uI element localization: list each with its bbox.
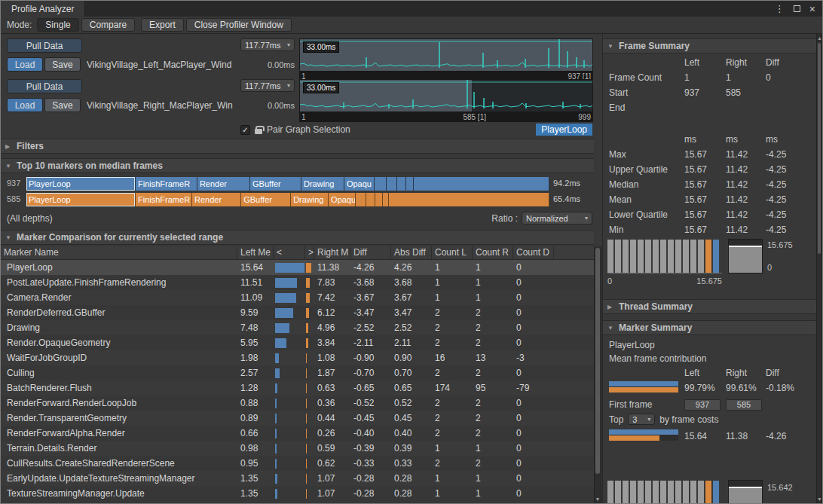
top10-segment[interactable] xyxy=(356,193,366,206)
table-row[interactable]: Render.OpaqueGeometry5.953.84-2.112.1122… xyxy=(1,335,594,350)
mode-single-button[interactable]: Single xyxy=(37,18,78,32)
comparison-table-body: PlayerLoop15.6411.38-4.264.26110PostLate… xyxy=(1,260,594,503)
histogram-bar xyxy=(713,240,719,273)
top10-segment[interactable]: GBuffer xyxy=(241,193,291,206)
scroll-down-icon[interactable]: ▼ xyxy=(817,496,821,502)
column-header-left-median[interactable]: Left Me xyxy=(237,246,274,259)
kebab-menu-icon[interactable]: ⋮ xyxy=(775,3,785,14)
top10-segment[interactable]: Opaqu xyxy=(344,177,375,191)
top10-segment[interactable]: Render xyxy=(192,193,241,206)
top-count-dropdown[interactable]: 3 ▾ xyxy=(628,414,655,425)
top10-segment[interactable]: PlayerLoop xyxy=(26,177,136,191)
table-row[interactable]: Drawing7.484.96-2.522.52220 xyxy=(1,320,594,335)
left-value-bar xyxy=(275,444,277,454)
frame-number: 937 xyxy=(7,179,20,188)
frame-graph-right[interactable]: 33.00ms xyxy=(299,79,593,112)
frame-summary-histogram[interactable] xyxy=(607,239,722,273)
top10-segment[interactable] xyxy=(389,193,549,206)
top10-segment[interactable] xyxy=(366,193,375,206)
top10-segment[interactable] xyxy=(406,177,414,191)
top10-segment[interactable]: PlayerLoop xyxy=(26,193,136,206)
frame-summary-stat-rows: Max15.6711.42-4.25Upper Quartile15.6711.… xyxy=(603,147,816,237)
top10-segment[interactable]: Render xyxy=(197,177,250,191)
marker-summary-header[interactable]: ▼ Marker Summary xyxy=(603,320,816,335)
table-row[interactable]: RenderDeferred.GBuffer9.596.12-3.473.472… xyxy=(1,305,594,320)
first-frame-right-button[interactable]: 585 xyxy=(726,399,762,411)
pull-data-button-right[interactable]: Pull Data xyxy=(7,79,82,93)
pair-graph-selection-checkbox[interactable]: ✓ xyxy=(240,125,250,135)
comparison-section-header[interactable]: ▼ Marker Comparison for currently select… xyxy=(1,230,594,245)
column-header-abs-diff[interactable]: Abs Diff xyxy=(391,246,432,259)
left-value-bar xyxy=(275,338,286,348)
selected-marker-chip[interactable]: PlayerLoop xyxy=(536,124,592,136)
table-row[interactable]: RenderForwardAlpha.Render0.660.26-0.400.… xyxy=(1,426,594,441)
top10-segment[interactable] xyxy=(387,177,397,191)
table-row[interactable]: Terrain.Details.Render0.980.59-0.390.391… xyxy=(1,441,594,456)
table-row[interactable]: PlayerLoop15.6411.38-4.264.26110 xyxy=(1,260,594,275)
first-frame-left-button[interactable]: 937 xyxy=(684,399,721,411)
load-button-left[interactable]: Load xyxy=(7,57,43,72)
top10-segment[interactable]: Opaqu xyxy=(329,193,356,206)
load-button-right[interactable]: Load xyxy=(7,98,43,112)
scroll-down-icon[interactable]: ▼ xyxy=(595,496,601,502)
frame-summary-header[interactable]: ▼ Frame Summary xyxy=(603,38,816,53)
scrollbar-thumb[interactable] xyxy=(595,248,600,474)
save-button-left[interactable]: Save xyxy=(44,57,81,72)
column-header-count-diff[interactable]: Count D xyxy=(513,246,554,259)
save-button-right[interactable]: Save xyxy=(44,98,81,112)
right-value-bar xyxy=(306,308,309,318)
column-header-count-left[interactable]: Count L xyxy=(432,246,473,259)
export-button[interactable]: Export xyxy=(141,18,184,32)
filters-section-header[interactable]: ▶ Filters xyxy=(1,139,594,154)
top10-segment[interactable] xyxy=(375,193,383,206)
scroll-up-icon[interactable]: ▲ xyxy=(817,35,821,41)
mode-toolbar: Mode: Single Compare Export Close Profil… xyxy=(1,17,822,34)
column-header-marker-name[interactable]: Marker Name xyxy=(1,246,237,259)
scrollbar-thumb[interactable] xyxy=(818,43,821,254)
top10-segment[interactable]: FinishFrameR xyxy=(136,177,197,191)
frame-graph-left[interactable]: 33.00ms xyxy=(299,38,593,72)
pull-data-button-left[interactable]: Pull Data xyxy=(7,38,82,53)
table-row[interactable]: CullResults.CreateSharedRendererScene0.9… xyxy=(1,456,594,471)
table-row[interactable]: Render.TransparentGeometry0.890.44-0.450… xyxy=(1,411,594,426)
column-header-right-median[interactable]: Right M xyxy=(314,246,350,259)
right-pane-scrollbar[interactable]: ▲ ▼ xyxy=(816,34,822,503)
top10-segment[interactable] xyxy=(383,193,389,206)
table-row[interactable]: WaitForJobGroupID1.981.08-0.900.901613-3 xyxy=(1,350,594,365)
ratio-dropdown[interactable]: Normalized ▾ xyxy=(522,212,592,225)
lock-icon[interactable] xyxy=(255,129,262,134)
left-table-scrollbar[interactable]: ▼ xyxy=(594,246,601,503)
marker-summary-histogram[interactable] xyxy=(607,480,722,503)
table-row[interactable]: PostLateUpdate.FinishFrameRendering11.51… xyxy=(1,275,594,290)
histogram-bar xyxy=(660,240,666,273)
table-row[interactable]: RenderForward.RenderLoopJob0.880.36-0.52… xyxy=(1,396,594,411)
mode-compare-button[interactable]: Compare xyxy=(81,18,135,32)
close-profiler-window-button[interactable]: Close Profiler Window xyxy=(186,18,292,32)
top10-segment[interactable] xyxy=(375,177,387,191)
column-header-right-bar[interactable]: > xyxy=(305,246,314,259)
tab-profile-analyzer[interactable]: Profile Analyzer xyxy=(1,1,85,17)
top10-segment[interactable]: GBuffer xyxy=(250,177,301,191)
maximize-icon[interactable] xyxy=(794,5,800,12)
table-row[interactable]: Camera.Render11.097.42-3.673.67110 xyxy=(1,290,594,305)
column-header-count-right[interactable]: Count R xyxy=(473,246,513,259)
top10-segment[interactable] xyxy=(414,177,549,191)
table-row[interactable]: TextureStreamingManager.Update1.351.07-0… xyxy=(1,486,594,501)
table-row[interactable]: EarlyUpdate.UpdateTextureStreamingManage… xyxy=(1,471,594,486)
top10-segment[interactable] xyxy=(397,177,406,191)
close-icon[interactable]: × xyxy=(809,5,815,13)
right-range-max-dropdown[interactable]: 117.77ms ▾ xyxy=(240,79,295,92)
column-header-left-bar[interactable]: < xyxy=(274,246,305,259)
top10-segment[interactable]: Drawing xyxy=(301,177,344,191)
top10-section-header[interactable]: ▼ Top 10 markers on median frames xyxy=(1,158,594,173)
histogram-bar xyxy=(615,481,621,503)
thread-summary-header[interactable]: ▶ Thread Summary xyxy=(603,299,816,314)
table-row[interactable]: Culling2.571.87-0.700.70220 xyxy=(1,365,594,380)
column-header-diff[interactable]: Diff xyxy=(350,246,391,259)
marker-summary-subtitle: Mean frame contribution xyxy=(609,353,706,364)
top10-segment[interactable]: Drawing xyxy=(291,193,329,206)
left-range-max-dropdown[interactable]: 117.77ms ▾ xyxy=(240,38,295,51)
top10-segment[interactable]: FinishFrameR xyxy=(136,193,192,206)
table-row[interactable]: BatchRenderer.Flush1.280.63-0.650.651749… xyxy=(1,380,594,396)
summary-row: Start937585 xyxy=(603,85,816,100)
